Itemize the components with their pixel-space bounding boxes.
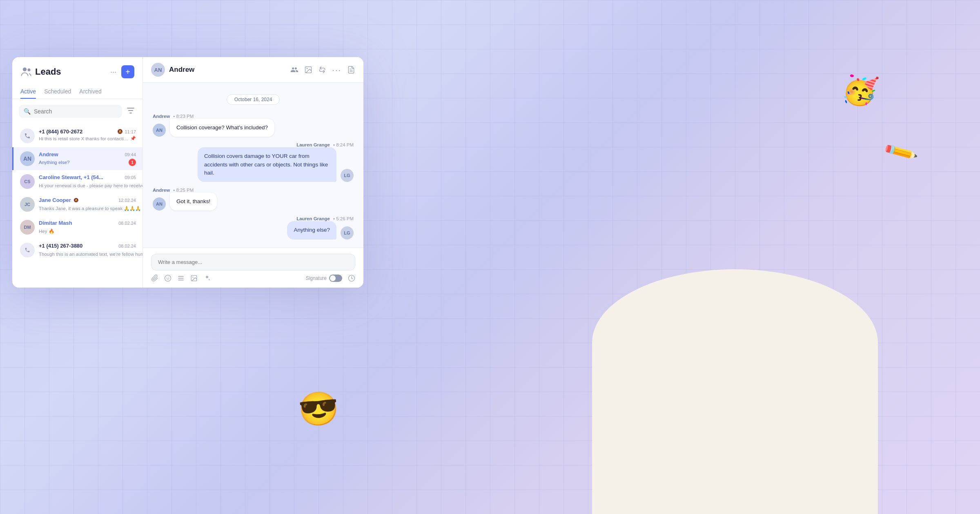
- signature-toggle-switch[interactable]: [329, 275, 342, 282]
- sidebar: Leads ··· + Active Scheduled Archived 🔍: [12, 57, 143, 288]
- contact-name: Dimitar Mash: [39, 220, 72, 226]
- signature-label: Signature: [306, 275, 327, 281]
- tab-archived[interactable]: Archived: [79, 85, 101, 99]
- avatar: CS: [20, 174, 35, 189]
- sender-name: Lauren Grange: [296, 216, 330, 221]
- emoji-picker-icon[interactable]: [164, 275, 172, 282]
- sidebar-title-group: Leads: [20, 66, 61, 78]
- chat-contact-name: Andrew: [169, 66, 194, 74]
- message-bubble: Anything else?: [287, 221, 336, 239]
- gallery-icon[interactable]: [304, 66, 312, 74]
- contact-preview: Thanks Jane, it was a pleasure to speak …: [39, 206, 141, 211]
- document-icon[interactable]: [347, 66, 355, 74]
- contact-time: 08.02.24: [118, 244, 136, 248]
- shirt: [592, 269, 878, 514]
- contact-item[interactable]: JC Jane Cooper 🔕 12.02.24 Thanks Jane, i…: [12, 193, 143, 216]
- contact-item-selected[interactable]: AN Andrew 09:44 Anything else? 1: [12, 147, 143, 170]
- leads-icon: [20, 66, 32, 78]
- contact-name-row: Caroline Stewart, +1 (54... 09:05: [39, 174, 136, 180]
- contact-name: Jane Cooper: [39, 197, 71, 203]
- person-silhouette: [490, 0, 980, 514]
- tab-active[interactable]: Active: [20, 85, 36, 99]
- sender-name: Andrew: [153, 188, 170, 193]
- schedule-icon[interactable]: [348, 275, 355, 282]
- sidebar-header: Leads ··· +: [12, 65, 143, 85]
- svg-point-14: [192, 277, 193, 277]
- filter-button[interactable]: [125, 106, 136, 117]
- svg-point-8: [167, 277, 167, 278]
- message-row: Collision covers damage to YOUR car from…: [153, 147, 354, 182]
- search-input[interactable]: [34, 108, 117, 115]
- avatar: [20, 243, 35, 257]
- message-row: Anything else? LG: [153, 221, 354, 239]
- contact-name-row: Jane Cooper 🔕 12.02.24: [39, 197, 136, 203]
- msg-avatar: LG: [341, 169, 354, 182]
- notify-icon: 🔕: [117, 129, 123, 134]
- search-row: 🔍: [12, 105, 143, 118]
- contact-preview: Anything else?: [39, 160, 69, 165]
- list-icon[interactable]: [177, 275, 185, 282]
- sender-name: Lauren Grange: [296, 142, 330, 147]
- contact-preview: Hi your renewal is due - please pay here…: [39, 183, 143, 188]
- chat-panel: AN Andrew ···: [143, 57, 363, 288]
- contact-item[interactable]: +1 (415) 267-3880 08.02.24 Though this i…: [12, 239, 143, 261]
- message-bubble: Collision covers damage to YOUR car from…: [198, 147, 336, 182]
- contact-preview: Hi this is retail store X thanks for con…: [39, 136, 129, 141]
- svg-point-1: [28, 69, 31, 71]
- contact-info: Andrew 09:44 Anything else? 1: [39, 151, 136, 166]
- chat-header-actions: ···: [290, 65, 355, 75]
- compose-input[interactable]: [151, 254, 355, 270]
- contact-info: Caroline Stewart, +1 (54... 09:05 Hi you…: [39, 174, 136, 189]
- contact-info: +1 (844) 670-2672 🔕 11:17 Hi this is ret…: [39, 128, 136, 141]
- search-box: 🔍: [19, 105, 122, 118]
- message-group: Andrew • 8:23 PM AN Collision coverage? …: [153, 114, 354, 137]
- message-sender-info: Lauren Grange • 5:26 PM: [153, 216, 354, 221]
- message-bubble: Collision coverage? What's included?: [170, 119, 274, 137]
- avatar: JC: [20, 197, 35, 212]
- toggle-knob: [330, 275, 336, 281]
- contact-name: Andrew: [39, 151, 58, 157]
- image-icon[interactable]: [190, 275, 198, 282]
- message-group: Andrew • 8:25 PM AN Got it, thanks!: [153, 188, 354, 210]
- message-time: • 8:23 PM: [173, 114, 194, 119]
- main-ui-container: Leads ··· + Active Scheduled Archived 🔍: [12, 57, 363, 288]
- message-time: • 8:25 PM: [173, 188, 194, 193]
- more-options-icon[interactable]: ···: [332, 65, 341, 75]
- msg-avatar: AN: [153, 197, 166, 210]
- contact-time: 09:05: [125, 175, 136, 180]
- contact-item[interactable]: CS Caroline Stewart, +1 (54... 09:05 Hi …: [12, 170, 143, 193]
- unread-badge: 1: [129, 159, 136, 166]
- sidebar-title: Leads: [35, 66, 61, 77]
- svg-rect-11: [178, 278, 184, 279]
- date-badge: October 16, 2024: [227, 94, 280, 105]
- avatar: AN: [20, 151, 35, 166]
- message-time: • 8:24 PM: [333, 142, 354, 147]
- avatar: [20, 128, 35, 143]
- contact-list: +1 (844) 670-2672 🔕 11:17 Hi this is ret…: [12, 124, 143, 261]
- chat-header-left: AN Andrew: [151, 63, 194, 77]
- message-row: AN Got it, thanks!: [153, 193, 354, 210]
- svg-rect-2: [127, 108, 134, 109]
- chat-header: AN Andrew ···: [143, 57, 363, 83]
- contact-name: +1 (415) 267-3880: [39, 243, 82, 249]
- tab-scheduled[interactable]: Scheduled: [44, 85, 71, 99]
- tabs-row: Active Scheduled Archived: [12, 85, 143, 99]
- message-sender-info: Andrew • 8:25 PM: [153, 188, 354, 193]
- contact-preview: Hey 🔥: [39, 229, 54, 234]
- add-contact-icon[interactable]: [290, 66, 298, 74]
- contact-preview: Though this is an automated text, we're …: [39, 252, 143, 257]
- contact-item[interactable]: +1 (844) 670-2672 🔕 11:17 Hi this is ret…: [12, 124, 143, 147]
- chat-contact-avatar: AN: [151, 63, 165, 77]
- attachment-icon[interactable]: [151, 275, 158, 282]
- message-bubble: Got it, thanks!: [170, 193, 217, 210]
- contact-item[interactable]: DM Dimitar Mash 08.02.24 Hey 🔥: [12, 216, 143, 239]
- svg-rect-10: [178, 276, 184, 277]
- message-group: Lauren Grange • 5:26 PM Anything else? L…: [153, 216, 354, 239]
- pin-icon: 📌: [130, 136, 136, 141]
- message-sender-info: Andrew • 8:23 PM: [153, 114, 354, 119]
- add-button[interactable]: +: [121, 65, 134, 78]
- wink-emoji: 🥳: [840, 71, 881, 110]
- transfer-icon[interactable]: [318, 66, 326, 74]
- more-options-button[interactable]: ···: [109, 66, 118, 78]
- magic-icon[interactable]: [203, 275, 211, 282]
